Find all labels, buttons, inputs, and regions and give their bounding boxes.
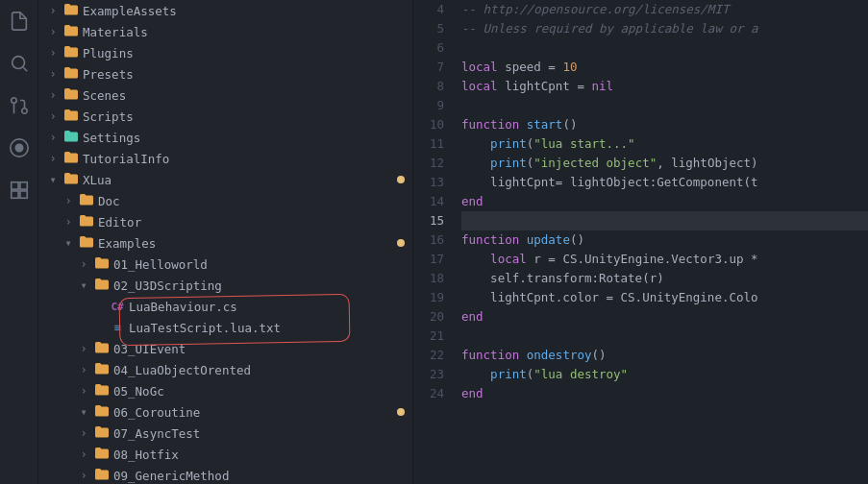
folder-icon [63, 86, 79, 105]
code-token: end [461, 192, 484, 211]
tree-item-exampleassets[interactable]: › ExampleAssets [38, 0, 412, 21]
code-token: lightCpnt= lightObject:GetComponent(t [461, 173, 758, 192]
code-token: ( [527, 365, 534, 384]
folder-label: ExampleAssets [83, 4, 405, 18]
line-number: 20 [413, 307, 444, 327]
files-icon[interactable] [6, 8, 33, 35]
search-icon[interactable] [6, 50, 33, 77]
folder-label: Plugins [83, 46, 405, 60]
line-number: 14 [413, 192, 444, 211]
tree-item-materials[interactable]: › Materials [38, 21, 412, 42]
code-token: () [562, 115, 577, 134]
folder-label: Editor [98, 215, 405, 230]
folder-label: XLua [83, 173, 397, 187]
debug-icon[interactable] [6, 134, 33, 161]
tree-item-04-luaobjectorented[interactable]: › 04_LuaObjectOrented [38, 359, 412, 380]
folder-arrow: › [77, 384, 90, 398]
code-token: -- Unless required by applicable law or … [461, 19, 758, 38]
code-line: local r = CS.UnityEngine.Vector3.up * [461, 250, 868, 269]
line-number: 23 [413, 365, 444, 384]
tree-item-examples[interactable]: ▾ Examples [38, 232, 412, 254]
folder-icon [79, 234, 94, 253]
tree-item-doc[interactable]: › Doc [38, 190, 412, 211]
tree-item-editor[interactable]: › Editor [38, 211, 412, 232]
folder-arrow: › [46, 88, 60, 102]
code-token: lightCpnt = [498, 77, 592, 96]
folder-icon [63, 171, 79, 189]
tree-item-presets[interactable]: › Presets [38, 63, 412, 85]
folder-label: 05_NoGc [113, 384, 405, 399]
code-token: local [461, 58, 498, 77]
file-explorer: › ExampleAssets› Materials› Plugins› Pre… [38, 0, 413, 484]
tree-item-07-asynctest[interactable]: › 07_AsyncTest [38, 423, 412, 444]
extensions-icon[interactable] [6, 177, 33, 204]
code-token: 10 [562, 58, 577, 77]
tree-item-settings[interactable]: › Settings [38, 127, 412, 148]
code-token [461, 365, 490, 384]
svg-rect-8 [19, 182, 26, 189]
code-token: nil [591, 77, 613, 96]
code-line: print("lua start..." [461, 134, 868, 154]
activity-bar [0, 0, 38, 484]
svg-line-1 [23, 67, 27, 71]
git-icon[interactable] [6, 92, 33, 119]
code-token: print [490, 365, 527, 384]
folder-label: 07_AsyncTest [113, 426, 405, 441]
code-token: local [490, 250, 527, 269]
tree-item-luatestscript-lua-txt[interactable]: ≡LuaTestScript.lua.txt [38, 317, 412, 338]
code-token: , lightObject) [657, 154, 757, 173]
code-line [461, 96, 868, 115]
folder-icon [94, 277, 110, 295]
tree-item-luabehaviour-cs[interactable]: C#LuaBehaviour.cs [38, 296, 412, 317]
tree-item-scripts[interactable]: › Scripts [38, 106, 412, 127]
code-token: () [591, 346, 606, 365]
folder-arrow: ▾ [77, 278, 90, 292]
line-number: 8 [413, 77, 444, 96]
folder-icon [63, 108, 79, 126]
file-lua-icon: ≡ [110, 321, 125, 334]
folder-arrow: › [62, 194, 75, 207]
tree-item-03-uievent[interactable]: › 03_UIEvent [38, 338, 412, 359]
line-number: 21 [413, 327, 444, 346]
tree-item-06-coroutine[interactable]: ▾ 06_Coroutine [38, 401, 412, 423]
code-token: start [527, 115, 563, 134]
code-line: lightCpnt= lightObject:GetComponent(t [461, 173, 868, 192]
folder-icon [79, 213, 94, 231]
tree-item-05-nogc[interactable]: › 05_NoGc [38, 380, 412, 401]
code-line: local speed = 10 [461, 58, 868, 77]
tree-item-xlua[interactable]: ▾ XLua [38, 169, 412, 190]
code-line [461, 211, 868, 230]
tree-item-scenes[interactable]: › Scenes [38, 85, 412, 106]
tree-item-plugins[interactable]: › Plugins [38, 42, 412, 63]
code-line: lightCpnt.color = CS.UnityEngine.Colo [461, 288, 868, 307]
code-token: () [570, 230, 584, 250]
code-token: function [461, 346, 519, 365]
folder-label: 06_Coroutine [113, 405, 397, 420]
code-line: end [461, 384, 868, 403]
line-number: 5 [413, 19, 444, 38]
modified-dot [397, 408, 405, 416]
tree-item-09-genericmethod[interactable]: › 09_GenericMethod [38, 465, 412, 484]
folder-label: Materials [83, 25, 405, 39]
line-number: 9 [413, 96, 444, 115]
folder-label: 09_GenericMethod [113, 469, 405, 483]
code-token: -- http://opensource.org/licenses/MIT [461, 0, 729, 19]
svg-rect-9 [11, 191, 17, 198]
tree-item-02-u3dscripting[interactable]: ▾ 02_U3DScripting [38, 275, 412, 296]
folder-label: 03_UIEvent [113, 342, 405, 356]
folder-label: Scenes [83, 88, 405, 103]
code-line: end [461, 192, 868, 211]
folder-icon [63, 2, 79, 20]
code-line: -- Unless required by applicable law or … [461, 19, 868, 38]
tree-item-01-helloworld[interactable]: › 01_Helloworld [38, 254, 412, 275]
tree-item-08-hotfix[interactable]: › 08_Hotfix [38, 444, 412, 465]
tree-item-tutorialinfo[interactable]: › TutorialInfo [38, 148, 412, 169]
code-token [461, 154, 490, 173]
code-content[interactable]: -- http://opensource.org/licenses/MIT-- … [454, 0, 868, 484]
svg-rect-10 [19, 191, 26, 198]
folder-label: Settings [83, 131, 405, 145]
folder-arrow: ▾ [77, 405, 90, 419]
code-token [519, 115, 527, 134]
folder-arrow: › [77, 363, 90, 376]
code-token: speed = [498, 58, 563, 77]
